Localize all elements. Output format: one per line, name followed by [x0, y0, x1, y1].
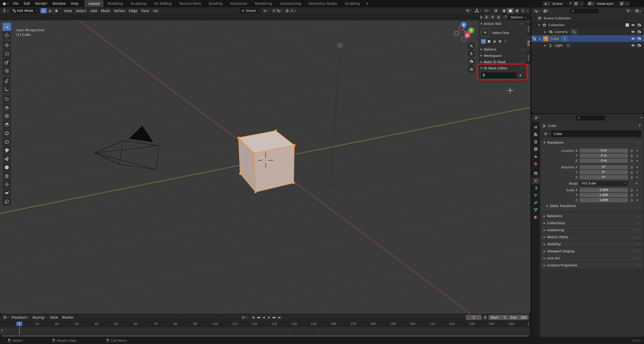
tool-poly-build[interactable]	[3, 146, 11, 154]
mirror-x-button[interactable]: X	[484, 15, 489, 20]
xray-toggle-button[interactable]	[493, 8, 499, 13]
orientation-dropdown[interactable]: Global ▾	[239, 8, 261, 13]
tool-rip-region[interactable]	[3, 197, 11, 206]
select-new-button[interactable]	[481, 39, 486, 44]
workspace-tab-layout[interactable]: Layout	[85, 0, 104, 7]
pin-icon[interactable]	[569, 2, 572, 5]
workspace-panel-header[interactable]: ▶Workspace∷∷	[478, 52, 527, 59]
panel-grip[interactable]: ∷∷	[636, 235, 640, 239]
gizmos-dropdown[interactable]: ▾	[474, 8, 482, 13]
magnet-icon[interactable]	[272, 9, 276, 13]
outliner-row-light[interactable]: ▶ Light	[531, 42, 644, 49]
outliner-filter-id-dropdown[interactable]: ▾	[542, 9, 550, 14]
tab-tool[interactable]	[531, 124, 540, 131]
workspace-tab-scripting[interactable]: Scripting	[341, 0, 364, 7]
sidebar-tab-tool[interactable]: Tool	[527, 37, 531, 50]
shading-wireframe-button[interactable]	[501, 8, 507, 13]
object-name-field[interactable]: ▾ Cube	[542, 130, 641, 137]
disable-render-icon[interactable]	[637, 43, 641, 47]
tool-transform[interactable]	[3, 67, 11, 75]
workspace-tab-animation[interactable]: Animation	[226, 0, 251, 7]
tool-knife[interactable]	[3, 137, 11, 146]
falloff-dropdown-chevron[interactable]: ▾	[294, 10, 296, 12]
outliner-row-collection[interactable]: ▼ Collection ✓	[531, 22, 644, 28]
animate-dot[interactable]	[636, 189, 638, 191]
outliner-search-input[interactable]	[569, 9, 599, 14]
rotation-mode-dropdown[interactable]: XYZ Euler▾	[580, 181, 628, 186]
shading-material-button[interactable]	[513, 8, 520, 13]
start-frame-field[interactable]: Start 1	[489, 315, 508, 320]
workspace-tab-uv-editing[interactable]: UV Editing	[150, 0, 175, 7]
zoom-button[interactable]	[468, 42, 475, 50]
pan-button[interactable]	[468, 50, 475, 57]
viewlayer-new-button[interactable]	[619, 1, 625, 6]
tab-output[interactable]	[531, 138, 540, 145]
workspace-tab-texture-paint[interactable]: Texture Paint	[175, 0, 205, 7]
ruler-collapse-chevron[interactable]: ❮	[527, 322, 530, 326]
workspace-tab-rendering[interactable]: Rendering	[251, 0, 276, 7]
lock-icon[interactable]	[630, 154, 633, 157]
menu-vertex[interactable]: Vertex	[112, 7, 127, 14]
timeline-editor-type-button[interactable]: ▾	[2, 315, 10, 320]
tab-material[interactable]	[531, 214, 540, 221]
pin-icon[interactable]	[638, 124, 641, 128]
select-subtract-button[interactable]	[492, 39, 497, 44]
menu-help[interactable]: Help	[68, 0, 81, 7]
gizmo-neg-z-axis[interactable]	[462, 37, 466, 42]
transform-panel-header[interactable]: ▼Transform∷∷	[541, 139, 642, 146]
menu-marker[interactable]: Marker	[60, 314, 76, 321]
tab-particles[interactable]	[531, 192, 540, 199]
play-reverse-button[interactable]: ◀	[261, 316, 266, 319]
auto-keying-button[interactable]: ▾	[240, 315, 248, 320]
tool-spin[interactable]	[3, 155, 11, 163]
camera-object[interactable]	[95, 126, 159, 170]
properties-search-input[interactable]	[575, 115, 606, 120]
location-x-field[interactable]: 0 m	[580, 149, 628, 153]
viewport-canvas[interactable]	[0, 20, 531, 314]
lock-icon[interactable]	[630, 188, 633, 192]
light-object[interactable]	[338, 43, 343, 48]
lock-icon[interactable]	[630, 176, 633, 179]
hide-eye-icon[interactable]	[631, 30, 635, 34]
animate-dot[interactable]	[636, 160, 638, 161]
tab-scene[interactable]	[531, 153, 540, 160]
panel-grip[interactable]: ∷∷	[520, 60, 525, 64]
current-frame-field[interactable]: 1	[466, 315, 482, 320]
channel-expand-chevron[interactable]: ❯	[1, 328, 3, 332]
scene-new-button[interactable]	[573, 1, 579, 6]
select-extend-button[interactable]	[487, 39, 492, 44]
lock-icon[interactable]	[630, 166, 633, 169]
animate-dot[interactable]	[636, 200, 638, 201]
preview-range-icon[interactable]	[483, 316, 487, 319]
gizmo-neg-y-axis[interactable]	[454, 31, 459, 36]
animate-dot[interactable]	[636, 194, 638, 196]
cube-object[interactable]	[237, 130, 296, 193]
panel-grip[interactable]: ∷∷	[520, 48, 525, 51]
shading-dropdown-chevron[interactable]: ▾	[527, 10, 529, 12]
expand-icon[interactable]: ▶	[544, 44, 546, 47]
snap-target-icon[interactable]	[277, 9, 280, 13]
end-frame-field[interactable]: End 250	[508, 315, 529, 320]
hide-eye-icon[interactable]	[631, 37, 635, 40]
tab-object-data[interactable]	[531, 206, 540, 214]
outliner-filter-dropdown[interactable]: ▾	[625, 9, 633, 14]
lock-icon[interactable]	[630, 149, 633, 152]
active-tool-panel-header[interactable]: ▼Active Tool∷∷	[478, 21, 527, 27]
viewlayer-browse-button[interactable]: ▾	[587, 1, 595, 6]
collections-panel-header[interactable]: ▶Collections∷∷	[541, 220, 642, 226]
animate-dot[interactable]	[636, 167, 638, 168]
scale-y-field[interactable]: 1.000	[580, 193, 628, 197]
visibility-filter-dropdown[interactable]: ▾	[465, 8, 472, 13]
face-select-mode-button[interactable]	[53, 8, 59, 13]
mirror-y-button[interactable]: Y	[490, 15, 495, 20]
panel-grip[interactable]: ∷∷	[636, 250, 640, 253]
falloff-curve-icon[interactable]	[290, 9, 294, 13]
tab-view-layer[interactable]	[531, 145, 540, 153]
viewport-display-panel-header[interactable]: ▶Viewport Display∷∷	[541, 248, 642, 254]
tool-smooth[interactable]	[3, 163, 11, 171]
menu-add[interactable]: Add	[88, 7, 99, 14]
menu-render[interactable]: Render	[33, 0, 50, 7]
shading-solid-button[interactable]	[507, 8, 513, 13]
animate-dot[interactable]	[636, 183, 637, 184]
sidebar-tab-view[interactable]: View	[527, 51, 531, 64]
